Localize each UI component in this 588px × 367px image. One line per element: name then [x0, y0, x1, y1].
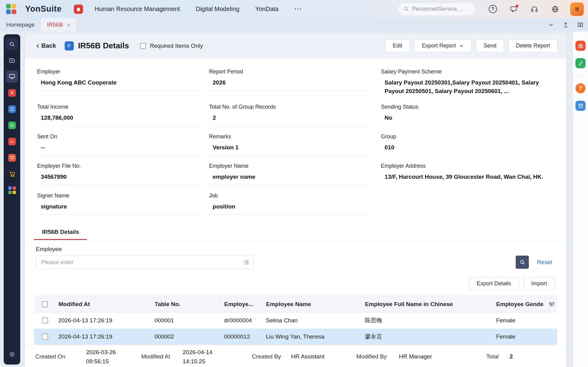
- header-divider: [21, 5, 21, 13]
- field-group: Group010: [381, 133, 553, 156]
- nav-yondata[interactable]: YonData: [255, 6, 279, 13]
- field-label: Employer Address: [381, 163, 553, 169]
- col-modified-at[interactable]: Modified At: [53, 296, 150, 313]
- home-icon[interactable]: [74, 5, 83, 14]
- created-by-label: Created By: [252, 353, 281, 360]
- required-items-checkbox[interactable]: [140, 43, 146, 49]
- sidebar-app-presentation-icon[interactable]: [6, 87, 18, 99]
- modified-by-value: HR Manager: [399, 353, 432, 360]
- back-button[interactable]: Back: [35, 42, 56, 49]
- user-avatar[interactable]: it: [570, 2, 584, 16]
- share-upload-icon[interactable]: [562, 21, 569, 28]
- export-report-button[interactable]: Export Report: [414, 39, 472, 52]
- help-icon[interactable]: ?: [487, 4, 498, 14]
- select-all-checkbox[interactable]: [42, 301, 48, 307]
- report-summary-form: EmployerHong Kong ABC Cooperate Total In…: [25, 58, 566, 222]
- field-label: Remarks: [209, 133, 372, 140]
- table-row[interactable]: 2026-04-13 17:26:19 000001 dr0000004 Sel…: [34, 313, 557, 329]
- created-on-label: Created On: [35, 353, 65, 360]
- tab-ir56b-details-section[interactable]: IR56B Details: [34, 224, 87, 240]
- sidebar-shop-cart-icon[interactable]: [6, 168, 18, 180]
- sidebar-app-grid-icon[interactable]: [6, 184, 18, 196]
- field-employer-name: Employer Nameemployer name: [209, 163, 372, 185]
- cell-table-no: 000002: [150, 329, 219, 345]
- sidebar-settings-gear-icon[interactable]: [6, 348, 18, 360]
- created-by-value: HR Assistant: [291, 353, 324, 360]
- import-button[interactable]: Import: [524, 277, 555, 290]
- search-icon: [519, 259, 525, 265]
- modified-at-time: 14:15:25: [183, 358, 205, 364]
- close-tab-icon[interactable]: ×: [67, 22, 70, 28]
- field-value: 128,786,000: [37, 114, 200, 126]
- assistant-help-icon[interactable]: ?: [575, 83, 586, 93]
- nav-hr-management[interactable]: Human Resource Management: [95, 6, 180, 13]
- search-icon: [403, 6, 409, 12]
- cell-chinese-name: 陈思晚: [360, 313, 491, 329]
- camera-icon[interactable]: [575, 41, 586, 51]
- field-sending-status: Sending StatusNo: [381, 104, 553, 126]
- field-total-income: Total Income128,786,000: [37, 104, 200, 126]
- created-on-date: 2026-03-26: [86, 349, 116, 355]
- page-toolbar: Back IR56B Details Required Items Only E…: [25, 34, 566, 58]
- col-employee-gender[interactable]: Employee Gende: [496, 301, 543, 308]
- row-checkbox[interactable]: [42, 317, 48, 324]
- sidebar-search-icon[interactable]: [6, 38, 18, 50]
- export-details-button[interactable]: Export Details: [469, 277, 519, 290]
- field-value: Hong Kong ABC Cooperate: [37, 78, 200, 91]
- field-label: Group: [381, 133, 553, 140]
- tab-ir56b[interactable]: IR56B ×: [41, 18, 77, 32]
- row-checkbox[interactable]: [42, 334, 48, 340]
- total-value: 2: [510, 353, 513, 360]
- nav-more-button[interactable]: ···: [294, 6, 302, 13]
- field-signer-name: Signer Namesignature: [37, 193, 200, 215]
- search-button[interactable]: [516, 256, 529, 269]
- col-employee-no[interactable]: Employe...: [219, 296, 261, 313]
- reset-link[interactable]: Reset: [537, 259, 552, 266]
- cell-employee-no: 00000012: [219, 329, 261, 345]
- column-filter-icon[interactable]: [549, 301, 555, 307]
- field-value: position: [209, 202, 372, 215]
- yonsuite-logo-icon[interactable]: [6, 4, 16, 14]
- field-value: employer name: [209, 173, 372, 185]
- send-button[interactable]: Send: [476, 39, 504, 52]
- col-chinese-name[interactable]: Employee Full Name in Chinese: [360, 296, 491, 313]
- sidebar-workbench-icon[interactable]: [6, 70, 18, 83]
- cell-chinese-name: 廖永言: [360, 329, 491, 345]
- sidebar-app-assistant-icon[interactable]: [6, 119, 18, 131]
- cell-employee-no: dr0000004: [219, 313, 261, 329]
- field-total-group-records: Total No. of Group Records2: [209, 104, 372, 126]
- delete-report-button[interactable]: Delete Report: [508, 39, 558, 52]
- col-table-no[interactable]: Table No.: [150, 296, 219, 313]
- page-title: IR56B Details: [78, 41, 129, 51]
- field-value: 2: [209, 114, 372, 126]
- layout-columns-icon[interactable]: [577, 21, 584, 28]
- global-search-input[interactable]: Personnel/Service,...: [398, 3, 475, 16]
- ir56b-details-page: Back IR56B Details Required Items Only E…: [25, 34, 566, 367]
- toolbar-divider: [577, 76, 584, 76]
- details-tab-label: IR56B Details: [42, 229, 79, 235]
- field-job: Jobposition: [209, 193, 372, 215]
- attachment-link-icon[interactable]: [575, 58, 586, 68]
- tab-ir56b-label: IR56B: [47, 21, 63, 28]
- sidebar-folder-add-icon[interactable]: [6, 54, 18, 66]
- select-from-list-icon[interactable]: [243, 259, 250, 266]
- table-header-row: Modified At Table No. Employe... Employe…: [34, 296, 557, 313]
- field-label: Report Period: [209, 69, 372, 75]
- modified-at-value: 2026-04-14 14:15:25: [183, 348, 212, 366]
- edit-button[interactable]: Edit: [385, 39, 410, 52]
- back-label: Back: [41, 42, 56, 49]
- employee-filter-input[interactable]: [36, 256, 254, 269]
- messages-icon[interactable]: [508, 4, 519, 14]
- language-globe-icon[interactable]: [550, 4, 560, 14]
- collapse-tabs-chevron-icon[interactable]: [548, 21, 554, 28]
- required-items-only: Required Items Only: [140, 43, 203, 49]
- tab-homepage[interactable]: Homepage: [0, 18, 41, 32]
- table-row[interactable]: 2026-04-13 17:26:19 000002 00000012 Liu …: [34, 329, 557, 345]
- sidebar-app-report-icon[interactable]: [6, 135, 18, 148]
- sidebar-app-document-icon[interactable]: [6, 103, 18, 115]
- support-headset-icon[interactable]: [529, 4, 540, 14]
- sidebar-app-training-icon[interactable]: [6, 152, 18, 164]
- col-employee-name[interactable]: Employee Name: [261, 296, 360, 313]
- nav-digital-modeling[interactable]: Digital Modeling: [196, 6, 239, 13]
- archive-box-icon[interactable]: [575, 101, 586, 111]
